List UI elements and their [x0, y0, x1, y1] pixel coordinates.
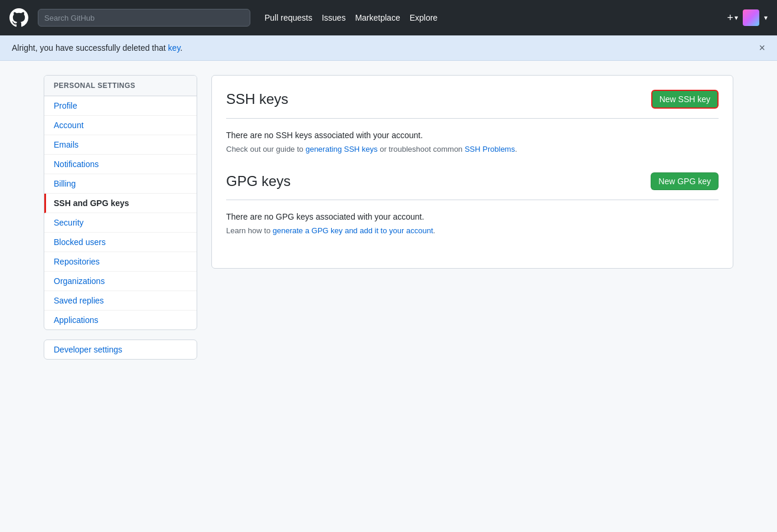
- sidebar: Personal settings Profile Account Emails…: [44, 75, 197, 369]
- sidebar-item-organizations[interactable]: Organizations: [44, 272, 197, 291]
- sidebar-item-profile[interactable]: Profile: [44, 96, 197, 116]
- sidebar-item-security[interactable]: Security: [44, 213, 197, 233]
- generating-ssh-keys-link[interactable]: generating SSH keys: [305, 145, 377, 154]
- navbar: Search GitHub Pull requests Issues Marke…: [0, 0, 777, 35]
- marketplace-link[interactable]: Marketplace: [355, 13, 400, 22]
- sidebar-item-blocked[interactable]: Blocked users: [44, 233, 197, 252]
- personal-settings-section: Personal settings Profile Account Emails…: [44, 75, 197, 330]
- new-gpg-key-button[interactable]: New GPG key: [651, 172, 719, 190]
- new-ssh-key-button[interactable]: New SSH key: [651, 90, 719, 109]
- sidebar-item-ssh-gpg[interactable]: SSH and GPG keys: [44, 194, 197, 213]
- sidebar-item-saved-replies[interactable]: Saved replies: [44, 291, 197, 311]
- navbar-right: + ▾ ▾: [727, 9, 768, 26]
- sidebar-item-repositories[interactable]: Repositories: [44, 252, 197, 272]
- flash-key-link[interactable]: key: [168, 43, 181, 53]
- sidebar-item-account[interactable]: Account: [44, 116, 197, 135]
- chevron-down-icon: ▾: [734, 14, 738, 22]
- sidebar-item-billing[interactable]: Billing: [44, 174, 197, 194]
- ssh-title: SSH keys: [226, 91, 288, 107]
- issues-link[interactable]: Issues: [322, 13, 345, 22]
- gpg-title: GPG keys: [226, 173, 290, 190]
- github-logo[interactable]: [9, 8, 28, 27]
- pull-requests-link[interactable]: Pull requests: [265, 13, 312, 22]
- page-content: Personal settings Profile Account Emails…: [34, 61, 743, 383]
- flash-banner: Alright, you have successfully deleted t…: [0, 35, 777, 61]
- main-content: SSH keys New SSH key There are no SSH ke…: [211, 75, 733, 269]
- personal-settings-title: Personal settings: [44, 76, 197, 96]
- sidebar-item-emails[interactable]: Emails: [44, 135, 197, 155]
- generate-gpg-key-link[interactable]: generate a GPG key and add it to your ac…: [273, 226, 433, 235]
- sidebar-item-applications[interactable]: Applications: [44, 311, 197, 329]
- gpg-empty-text: There are no GPG keys associated with yo…: [226, 212, 719, 221]
- avatar-dropdown-chevron[interactable]: ▾: [764, 14, 768, 22]
- flash-close-button[interactable]: ×: [759, 43, 765, 53]
- ssh-empty-text: There are no SSH keys associated with yo…: [226, 130, 719, 140]
- ssh-empty-state: There are no SSH keys associated with yo…: [226, 130, 719, 154]
- sidebar-item-notifications[interactable]: Notifications: [44, 155, 197, 174]
- navbar-links: Pull requests Issues Marketplace Explore: [265, 13, 438, 22]
- gpg-section: GPG keys New GPG key There are no GPG ke…: [226, 172, 719, 235]
- gpg-sub-text: Learn how to generate a GPG key and add …: [226, 226, 719, 235]
- gpg-section-header: GPG keys New GPG key: [226, 172, 719, 200]
- create-new-button[interactable]: + ▾: [727, 12, 738, 24]
- flash-message: Alright, you have successfully deleted t…: [12, 43, 182, 53]
- explore-link[interactable]: Explore: [410, 13, 438, 22]
- sidebar-item-developer-settings[interactable]: Developer settings: [44, 340, 197, 359]
- user-avatar-button[interactable]: [743, 9, 759, 26]
- ssh-problems-link[interactable]: SSH Problems: [465, 145, 515, 154]
- gpg-empty-state: There are no GPG keys associated with yo…: [226, 212, 719, 235]
- developer-settings-section: Developer settings: [44, 340, 197, 360]
- search-input[interactable]: Search GitHub: [38, 9, 250, 27]
- chevron-down-icon: ▾: [764, 14, 768, 22]
- ssh-sub-text: Check out our guide to generating SSH ke…: [226, 145, 719, 154]
- ssh-section-header: SSH keys New SSH key: [226, 90, 719, 119]
- search-placeholder: Search GitHub: [44, 14, 94, 22]
